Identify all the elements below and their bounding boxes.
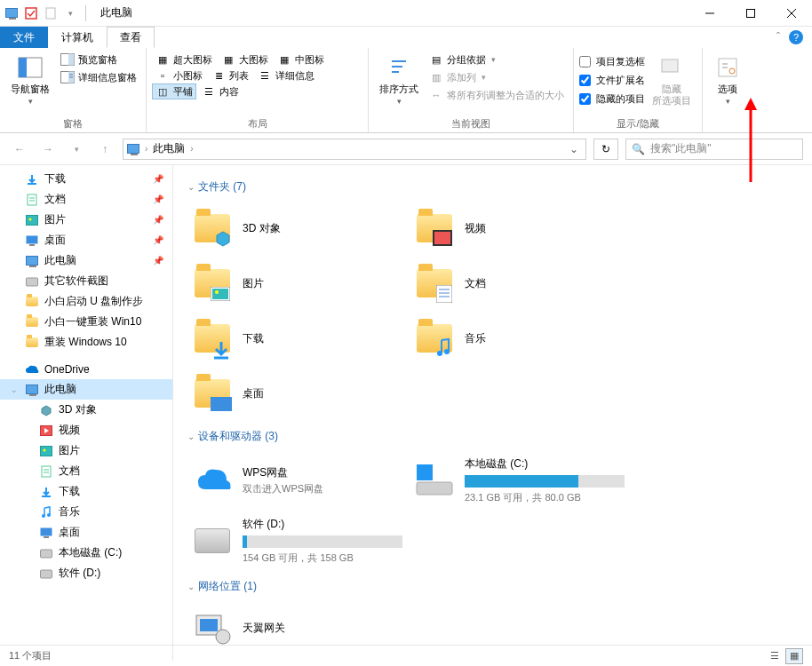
svg-rect-33	[42, 466, 51, 477]
forward-button[interactable]: →	[37, 139, 59, 160]
sidebar-item[interactable]: 本地磁盘 (C:)	[0, 543, 172, 563]
folder-tile[interactable]: 音乐	[410, 313, 632, 363]
drive-usage-bar	[465, 475, 625, 488]
close-button[interactable]	[771, 0, 812, 27]
section-network[interactable]: ⌄ 网络位置 (1)	[187, 574, 798, 603]
checkbox-hidden-items[interactable]: 隐藏的项目	[579, 91, 645, 107]
layout-content[interactable]: ☰内容	[198, 83, 243, 99]
options-button[interactable]: 选项 ▾	[708, 52, 747, 107]
breadcrumb-sep[interactable]: ›	[190, 144, 193, 154]
hide-selected-button[interactable]: 隐藏 所选项目	[647, 52, 697, 108]
sidebar-item[interactable]: 文档	[0, 461, 172, 481]
sidebar-item[interactable]: 音乐	[0, 502, 172, 522]
address-box[interactable]: › 此电脑 › ⌄	[123, 139, 586, 160]
folder-tile[interactable]: 桌面	[187, 369, 410, 418]
sidebar-item[interactable]: OneDrive	[0, 360, 172, 379]
folder-tile[interactable]: 文档	[410, 258, 632, 308]
qat-doc-icon[interactable]	[43, 5, 59, 21]
sidebar-item[interactable]: 文档📌	[0, 189, 172, 210]
add-columns-button[interactable]: ▥添加列▾	[426, 69, 568, 85]
tab-view[interactable]: 查看	[107, 27, 155, 48]
sidebar-item-label: OneDrive	[44, 363, 90, 376]
sidebar-item-label: 桌面	[59, 525, 80, 540]
drive-c[interactable]: 本地磁盘 (C:) 23.1 GB 可用，共 80.0 GB	[410, 453, 632, 508]
sidebar-item[interactable]: 其它软件截图	[0, 271, 172, 291]
sidebar-item[interactable]: 下载📌	[0, 169, 172, 189]
tab-computer[interactable]: 计算机	[48, 27, 107, 48]
sidebar-item[interactable]: 小白启动 U 盘制作步	[0, 291, 172, 312]
system-icon[interactable]	[4, 5, 20, 21]
minimize-button[interactable]	[689, 0, 730, 27]
collapse-ribbon-icon[interactable]: ˆ	[776, 31, 780, 44]
content-area[interactable]: ⌄ 文件夹 (7) 3D 对象视频图片文档下载音乐桌面 ⌄ 设备和驱动器 (3)…	[173, 165, 812, 661]
view-tiles-toggle[interactable]: ▦	[785, 648, 803, 664]
navigation-sidebar[interactable]: 下载📌文档📌图片📌桌面📌此电脑📌其它软件截图小白启动 U 盘制作步小白一键重装 …	[0, 165, 173, 661]
qat-dropdown-icon[interactable]: ▾	[62, 5, 78, 21]
group-by-button[interactable]: ▤分组依据▾	[426, 52, 568, 67]
folder-tile[interactable]: 3D 对象	[187, 203, 410, 253]
folder-name: 下载	[243, 331, 264, 346]
nav-pane-button[interactable]: 导航窗格 ▾	[5, 52, 55, 107]
sidebar-item[interactable]: 桌面📌	[0, 230, 172, 250]
layout-details[interactable]: ☰详细信息	[254, 67, 318, 83]
section-drives[interactable]: ⌄ 设备和驱动器 (3)	[187, 424, 798, 453]
sidebar-item[interactable]: ⌄此电脑	[0, 379, 172, 400]
svg-rect-59	[200, 619, 218, 631]
drive-d[interactable]: 软件 (D:) 154 GB 可用，共 158 GB	[187, 513, 410, 568]
breadcrumb-pc[interactable]: 此电脑	[153, 141, 185, 156]
sidebar-item-icon	[25, 213, 39, 227]
sidebar-item[interactable]: 小白一键重装 Win10	[0, 312, 172, 332]
drive-wps[interactable]: WPS网盘 双击进入WPS网盘	[187, 453, 410, 508]
sidebar-item[interactable]: 重装 Windows 10	[0, 332, 172, 353]
folder-tile[interactable]: 图片	[187, 258, 410, 308]
sidebar-item[interactable]: 软件 (D:)	[0, 563, 172, 583]
autosize-columns-button[interactable]: ↔将所有列调整为合适的大小	[426, 87, 568, 103]
layout-m-icons[interactable]: ▦中图标	[274, 52, 328, 67]
sidebar-item-label: 此电脑	[44, 382, 76, 397]
preview-pane-button[interactable]: 预览窗格	[57, 52, 140, 67]
svg-rect-9	[68, 54, 75, 66]
up-button[interactable]: ↑	[94, 139, 115, 160]
sidebar-item[interactable]: 桌面	[0, 522, 172, 543]
checkbox-extensions[interactable]: 文件扩展名	[579, 72, 645, 89]
folder-tile[interactable]: 下载	[187, 313, 410, 363]
layout-tiles[interactable]: ◫平铺	[152, 83, 196, 99]
folder-icon	[191, 207, 234, 250]
help-icon[interactable]: ?	[789, 30, 803, 44]
view-details-toggle[interactable]: ☰	[766, 648, 784, 664]
folder-name: 桌面	[243, 386, 264, 401]
address-dropdown-icon[interactable]: ⌄	[566, 143, 582, 155]
sidebar-item[interactable]: 下载	[0, 481, 172, 502]
sidebar-item-icon	[39, 424, 53, 438]
section-folders[interactable]: ⌄ 文件夹 (7)	[187, 174, 798, 203]
maximize-button[interactable]	[730, 0, 771, 27]
checkbox-item-boxes[interactable]: 项目复选框	[579, 53, 645, 70]
sidebar-item[interactable]: 图片📌	[0, 210, 172, 230]
sidebar-item[interactable]: 此电脑📌	[0, 250, 172, 271]
layout-s-icons[interactable]: ▫小图标	[152, 67, 206, 83]
svg-point-53	[437, 351, 442, 356]
tab-file[interactable]: 文件	[0, 27, 48, 48]
sidebar-item-icon	[39, 567, 53, 581]
details-pane-button[interactable]: 详细信息窗格	[57, 69, 140, 85]
chevron-down-icon: ⌄	[187, 182, 195, 192]
layout-l-icons[interactable]: ▦大图标	[218, 52, 272, 67]
layout-xl-icons[interactable]: ▦超大图标	[152, 52, 216, 67]
sidebar-item[interactable]: 视频	[0, 420, 172, 440]
qat-props-icon[interactable]	[23, 5, 39, 21]
svg-rect-3	[747, 9, 755, 17]
sort-by-button[interactable]: 排序方式 ▾	[374, 52, 424, 107]
recent-dropdown[interactable]: ▾	[66, 139, 87, 160]
search-box[interactable]: 🔍 搜索"此电脑"	[625, 139, 803, 160]
sidebar-item[interactable]: 图片	[0, 440, 172, 461]
sidebar-item[interactable]: 3D 对象	[0, 400, 172, 420]
refresh-button[interactable]: ↻	[593, 139, 618, 160]
sidebar-item-label: 小白启动 U 盘制作步	[44, 294, 143, 309]
svg-rect-0	[26, 8, 36, 19]
folder-name: 视频	[465, 221, 486, 236]
layout-list[interactable]: ≣列表	[208, 67, 252, 83]
folder-tile[interactable]: 视频	[410, 203, 632, 253]
svg-rect-57	[417, 482, 452, 495]
breadcrumb-sep[interactable]: ›	[145, 144, 147, 154]
back-button[interactable]: ←	[9, 139, 30, 160]
